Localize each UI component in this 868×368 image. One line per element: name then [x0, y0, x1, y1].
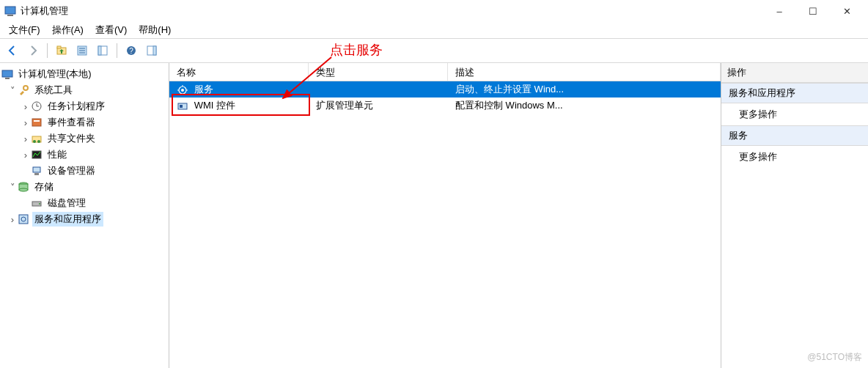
row-desc: 配置和控制 Windows M...: [448, 97, 721, 114]
app-icon: [4, 5, 16, 17]
device-icon: [31, 165, 43, 177]
actions-more-2[interactable]: 更多操作: [721, 146, 868, 168]
tools-icon: [18, 84, 29, 96]
svg-rect-9: [98, 46, 101, 55]
window-title: 计算机管理: [21, 4, 68, 18]
menu-action[interactable]: 操作(A): [46, 22, 89, 38]
tree-device-manager[interactable]: 设备管理器: [0, 163, 169, 179]
maximize-button[interactable]: ☐: [796, 0, 830, 22]
help-button[interactable]: ?: [122, 41, 141, 60]
svg-rect-13: [153, 46, 156, 55]
tree-storage[interactable]: ˅ 存储: [0, 179, 169, 195]
tree-shared-folders[interactable]: › 共享文件夹: [0, 130, 169, 147]
svg-rect-33: [19, 215, 28, 224]
row-type: [309, 88, 448, 91]
menu-file[interactable]: 文件(F): [3, 22, 46, 38]
show-hide-button[interactable]: [93, 41, 112, 60]
row-services[interactable]: 服务 启动、终止并设置 Wind...: [169, 81, 721, 97]
actions-more-1[interactable]: 更多操作: [721, 103, 868, 125]
event-icon: [31, 117, 43, 128]
row-name: WMI 控件: [194, 100, 235, 111]
svg-point-24: [37, 140, 40, 143]
svg-rect-26: [33, 167, 40, 172]
actions-header: 操作: [721, 63, 868, 83]
disk-icon: [31, 197, 43, 209]
row-name: 服务: [194, 84, 213, 95]
tree-performance[interactable]: › 性能: [0, 147, 169, 163]
actions-pane: 操作 服务和应用程序 更多操作 服务 更多操作: [721, 63, 868, 368]
row-type: 扩展管理单元: [309, 97, 448, 114]
up-button[interactable]: [52, 41, 71, 60]
expand-icon[interactable]: ›: [21, 133, 31, 144]
col-type[interactable]: 类型: [309, 63, 448, 81]
back-button[interactable]: [3, 41, 22, 60]
tree-disk-management[interactable]: 磁盘管理: [0, 195, 169, 211]
expand-icon[interactable]: ›: [21, 101, 31, 112]
column-headers: 名称 类型 描述: [169, 63, 721, 81]
list-pane: 名称 类型 描述 服务 启动、终止并设置 Wind... WMI 控件: [169, 63, 721, 368]
menu-help[interactable]: 帮助(H): [133, 22, 177, 38]
tree-task-scheduler[interactable]: › 任务计划程序: [0, 98, 169, 114]
actions-group-services-apps: 服务和应用程序: [721, 83, 868, 103]
svg-point-36: [181, 89, 184, 92]
svg-point-23: [33, 140, 36, 143]
shared-icon: [31, 133, 43, 144]
col-name[interactable]: 名称: [169, 63, 309, 81]
tree-root[interactable]: 计算机管理(本地): [0, 66, 169, 82]
titlebar: 计算机管理 – ☐ ✕: [0, 0, 868, 22]
list-rows: 服务 启动、终止并设置 Wind... WMI 控件 扩展管理单元 配置和控制 …: [169, 81, 721, 368]
content-area: 计算机管理(本地) ˅ 系统工具 › 任务计划程序 › 事件查看器 › 共享文件…: [0, 63, 868, 368]
toolbar: ?: [0, 39, 868, 63]
svg-point-16: [23, 86, 28, 90]
wmi-icon: [177, 100, 188, 112]
collapse-icon[interactable]: ˅: [7, 182, 18, 193]
expand-icon[interactable]: ›: [21, 117, 31, 128]
svg-rect-0: [5, 7, 15, 14]
svg-point-32: [39, 203, 40, 205]
collapse-icon[interactable]: ˅: [7, 85, 18, 96]
svg-rect-21: [34, 120, 40, 122]
services-apps-icon: [18, 213, 29, 225]
nav-tree[interactable]: 计算机管理(本地) ˅ 系统工具 › 任务计划程序 › 事件查看器 › 共享文件…: [0, 63, 169, 368]
tree-system-tools[interactable]: ˅ 系统工具: [0, 82, 169, 98]
row-wmi[interactable]: WMI 控件 扩展管理单元 配置和控制 Windows M...: [169, 97, 721, 114]
svg-point-30: [19, 188, 28, 191]
perf-icon: [31, 149, 43, 161]
svg-rect-1: [7, 15, 13, 16]
svg-rect-42: [180, 105, 183, 108]
clock-icon: [31, 100, 43, 112]
svg-rect-27: [34, 173, 39, 175]
col-desc[interactable]: 描述: [448, 63, 721, 81]
svg-text:?: ?: [129, 47, 133, 55]
action-pane-toggle-button[interactable]: [142, 41, 161, 60]
row-desc: 启动、终止并设置 Wind...: [448, 81, 721, 97]
tree-event-viewer[interactable]: › 事件查看器: [0, 114, 169, 130]
expand-icon[interactable]: ›: [21, 150, 31, 161]
computer-management-window: 计算机管理 – ☐ ✕ 文件(F) 操作(A) 查看(V) 帮助(H) ?: [0, 0, 868, 368]
svg-rect-14: [2, 70, 12, 77]
watermark: @51CTO博客: [807, 351, 862, 364]
svg-rect-15: [5, 78, 10, 79]
expand-icon[interactable]: ›: [7, 214, 18, 225]
menu-view[interactable]: 查看(V): [89, 22, 133, 38]
properties-button[interactable]: [73, 41, 92, 60]
close-button[interactable]: ✕: [830, 0, 864, 22]
storage-icon: [18, 181, 29, 193]
forward-button[interactable]: [23, 41, 43, 60]
computer-icon: [1, 68, 13, 80]
gear-icon: [177, 84, 188, 96]
svg-rect-3: [57, 46, 61, 48]
minimize-button[interactable]: –: [762, 0, 796, 22]
menubar: 文件(F) 操作(A) 查看(V) 帮助(H): [0, 22, 868, 39]
tree-services-apps[interactable]: › 服务和应用程序: [0, 211, 169, 227]
svg-rect-20: [32, 119, 41, 126]
actions-group-services: 服务: [721, 125, 868, 146]
